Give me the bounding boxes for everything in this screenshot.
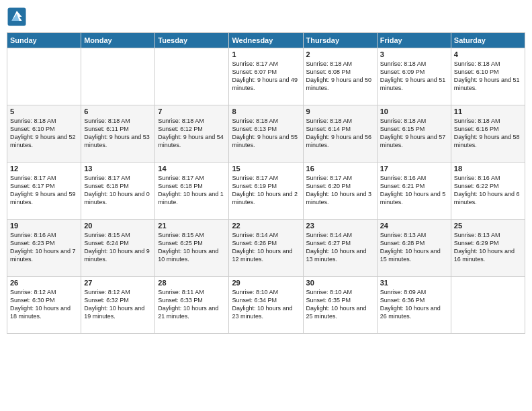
day-info: Sunrise: 8:18 AM Sunset: 6:15 PM Dayligh… xyxy=(380,117,448,150)
day-number: 25 xyxy=(454,222,522,230)
calendar-cell: 29Sunrise: 8:10 AM Sunset: 6:34 PM Dayli… xyxy=(229,277,303,334)
calendar-header-monday: Monday xyxy=(81,33,155,48)
day-number: 1 xyxy=(232,50,300,58)
calendar-cell: 1Sunrise: 8:17 AM Sunset: 6:07 PM Daylig… xyxy=(229,48,303,105)
calendar-cell: 19Sunrise: 8:16 AM Sunset: 6:23 PM Dayli… xyxy=(7,220,81,277)
calendar-cell: 15Sunrise: 8:17 AM Sunset: 6:19 PM Dayli… xyxy=(229,163,303,220)
calendar-cell: 14Sunrise: 8:17 AM Sunset: 6:18 PM Dayli… xyxy=(155,163,229,220)
day-info: Sunrise: 8:09 AM Sunset: 6:36 PM Dayligh… xyxy=(380,288,448,321)
calendar-cell: 8Sunrise: 8:18 AM Sunset: 6:13 PM Daylig… xyxy=(229,105,303,163)
day-info: Sunrise: 8:10 AM Sunset: 6:35 PM Dayligh… xyxy=(306,288,374,321)
day-info: Sunrise: 8:14 AM Sunset: 6:26 PM Dayligh… xyxy=(232,231,300,264)
day-info: Sunrise: 8:18 AM Sunset: 6:10 PM Dayligh… xyxy=(10,117,78,150)
calendar-cell: 13Sunrise: 8:17 AM Sunset: 6:18 PM Dayli… xyxy=(81,163,155,220)
day-info: Sunrise: 8:16 AM Sunset: 6:22 PM Dayligh… xyxy=(454,174,522,207)
day-number: 9 xyxy=(306,107,374,116)
day-info: Sunrise: 8:10 AM Sunset: 6:34 PM Dayligh… xyxy=(232,288,300,321)
calendar-cell: 22Sunrise: 8:14 AM Sunset: 6:26 PM Dayli… xyxy=(229,220,303,277)
calendar-cell: 2Sunrise: 8:18 AM Sunset: 6:08 PM Daylig… xyxy=(303,48,377,105)
day-number: 27 xyxy=(84,279,152,287)
day-info: Sunrise: 8:17 AM Sunset: 6:17 PM Dayligh… xyxy=(10,174,78,207)
calendar-cell: 7Sunrise: 8:18 AM Sunset: 6:12 PM Daylig… xyxy=(155,105,229,163)
day-number: 29 xyxy=(232,279,300,287)
day-number: 26 xyxy=(10,279,78,287)
calendar-cell: 6Sunrise: 8:18 AM Sunset: 6:11 PM Daylig… xyxy=(81,105,155,163)
calendar-cell: 20Sunrise: 8:15 AM Sunset: 6:24 PM Dayli… xyxy=(81,220,155,277)
day-info: Sunrise: 8:18 AM Sunset: 6:12 PM Dayligh… xyxy=(158,117,226,150)
day-number: 5 xyxy=(10,107,78,116)
calendar-cell: 3Sunrise: 8:18 AM Sunset: 6:09 PM Daylig… xyxy=(377,48,451,105)
day-number: 28 xyxy=(158,279,226,287)
day-info: Sunrise: 8:17 AM Sunset: 6:07 PM Dayligh… xyxy=(232,60,300,93)
calendar-cell: 10Sunrise: 8:18 AM Sunset: 6:15 PM Dayli… xyxy=(377,105,451,163)
page: SundayMondayTuesdayWednesdayThursdayFrid… xyxy=(0,0,532,411)
day-info: Sunrise: 8:15 AM Sunset: 6:25 PM Dayligh… xyxy=(158,231,226,264)
logo xyxy=(7,7,28,27)
calendar-cell: 18Sunrise: 8:16 AM Sunset: 6:22 PM Dayli… xyxy=(451,163,525,220)
day-info: Sunrise: 8:18 AM Sunset: 6:10 PM Dayligh… xyxy=(454,60,522,93)
day-info: Sunrise: 8:18 AM Sunset: 6:08 PM Dayligh… xyxy=(306,60,374,93)
calendar-cell: 5Sunrise: 8:18 AM Sunset: 6:10 PM Daylig… xyxy=(7,105,81,163)
day-number: 12 xyxy=(10,165,78,173)
day-number: 14 xyxy=(158,165,226,173)
calendar-header-friday: Friday xyxy=(377,33,451,48)
calendar-cell xyxy=(7,48,81,105)
day-info: Sunrise: 8:18 AM Sunset: 6:09 PM Dayligh… xyxy=(380,60,448,93)
calendar-cell: 9Sunrise: 8:18 AM Sunset: 6:14 PM Daylig… xyxy=(303,105,377,163)
calendar-week-row: 19Sunrise: 8:16 AM Sunset: 6:23 PM Dayli… xyxy=(7,220,525,277)
calendar-cell: 27Sunrise: 8:12 AM Sunset: 6:32 PM Dayli… xyxy=(81,277,155,334)
calendar-header-wednesday: Wednesday xyxy=(229,33,303,48)
day-number: 7 xyxy=(158,107,226,116)
calendar-cell: 26Sunrise: 8:12 AM Sunset: 6:30 PM Dayli… xyxy=(7,277,81,334)
calendar-table: SundayMondayTuesdayWednesdayThursdayFrid… xyxy=(7,32,525,334)
day-info: Sunrise: 8:16 AM Sunset: 6:21 PM Dayligh… xyxy=(380,174,448,207)
calendar-cell: 23Sunrise: 8:14 AM Sunset: 6:27 PM Dayli… xyxy=(303,220,377,277)
day-info: Sunrise: 8:18 AM Sunset: 6:13 PM Dayligh… xyxy=(232,117,300,150)
day-number: 6 xyxy=(84,107,152,116)
calendar-header-tuesday: Tuesday xyxy=(155,33,229,48)
calendar-cell: 17Sunrise: 8:16 AM Sunset: 6:21 PM Dayli… xyxy=(377,163,451,220)
day-number: 31 xyxy=(380,279,448,287)
day-number: 19 xyxy=(10,222,78,230)
calendar-cell: 31Sunrise: 8:09 AM Sunset: 6:36 PM Dayli… xyxy=(377,277,451,334)
day-number: 2 xyxy=(306,50,374,58)
day-info: Sunrise: 8:12 AM Sunset: 6:30 PM Dayligh… xyxy=(10,288,78,321)
day-number: 23 xyxy=(306,222,374,230)
calendar-cell: 12Sunrise: 8:17 AM Sunset: 6:17 PM Dayli… xyxy=(7,163,81,220)
day-info: Sunrise: 8:11 AM Sunset: 6:33 PM Dayligh… xyxy=(158,288,226,321)
calendar-header-saturday: Saturday xyxy=(451,33,525,48)
day-number: 18 xyxy=(454,165,522,173)
day-number: 17 xyxy=(380,165,448,173)
calendar-cell: 11Sunrise: 8:18 AM Sunset: 6:16 PM Dayli… xyxy=(451,105,525,163)
day-info: Sunrise: 8:14 AM Sunset: 6:27 PM Dayligh… xyxy=(306,231,374,264)
calendar-cell: 21Sunrise: 8:15 AM Sunset: 6:25 PM Dayli… xyxy=(155,220,229,277)
day-number: 3 xyxy=(380,50,448,58)
calendar-week-row: 26Sunrise: 8:12 AM Sunset: 6:30 PM Dayli… xyxy=(7,277,525,334)
day-info: Sunrise: 8:16 AM Sunset: 6:23 PM Dayligh… xyxy=(10,231,78,264)
day-number: 30 xyxy=(306,279,374,287)
day-number: 13 xyxy=(84,165,152,173)
day-info: Sunrise: 8:18 AM Sunset: 6:14 PM Dayligh… xyxy=(306,117,374,150)
calendar-cell: 4Sunrise: 8:18 AM Sunset: 6:10 PM Daylig… xyxy=(451,48,525,105)
calendar-cell: 30Sunrise: 8:10 AM Sunset: 6:35 PM Dayli… xyxy=(303,277,377,334)
day-info: Sunrise: 8:13 AM Sunset: 6:28 PM Dayligh… xyxy=(380,231,448,264)
calendar-cell xyxy=(451,277,525,334)
day-number: 24 xyxy=(380,222,448,230)
calendar-cell xyxy=(81,48,155,105)
calendar-cell: 24Sunrise: 8:13 AM Sunset: 6:28 PM Dayli… xyxy=(377,220,451,277)
day-number: 10 xyxy=(380,107,448,116)
calendar-header-sunday: Sunday xyxy=(7,33,81,48)
day-number: 8 xyxy=(232,107,300,116)
day-info: Sunrise: 8:17 AM Sunset: 6:19 PM Dayligh… xyxy=(232,174,300,207)
day-info: Sunrise: 8:17 AM Sunset: 6:20 PM Dayligh… xyxy=(306,174,374,207)
day-info: Sunrise: 8:18 AM Sunset: 6:11 PM Dayligh… xyxy=(84,117,152,150)
day-info: Sunrise: 8:13 AM Sunset: 6:29 PM Dayligh… xyxy=(454,231,522,264)
calendar-week-row: 12Sunrise: 8:17 AM Sunset: 6:17 PM Dayli… xyxy=(7,163,525,220)
day-number: 15 xyxy=(232,165,300,173)
day-number: 21 xyxy=(158,222,226,230)
day-number: 4 xyxy=(454,50,522,58)
day-number: 16 xyxy=(306,165,374,173)
day-info: Sunrise: 8:18 AM Sunset: 6:16 PM Dayligh… xyxy=(454,117,522,150)
day-info: Sunrise: 8:12 AM Sunset: 6:32 PM Dayligh… xyxy=(84,288,152,321)
calendar-cell: 28Sunrise: 8:11 AM Sunset: 6:33 PM Dayli… xyxy=(155,277,229,334)
